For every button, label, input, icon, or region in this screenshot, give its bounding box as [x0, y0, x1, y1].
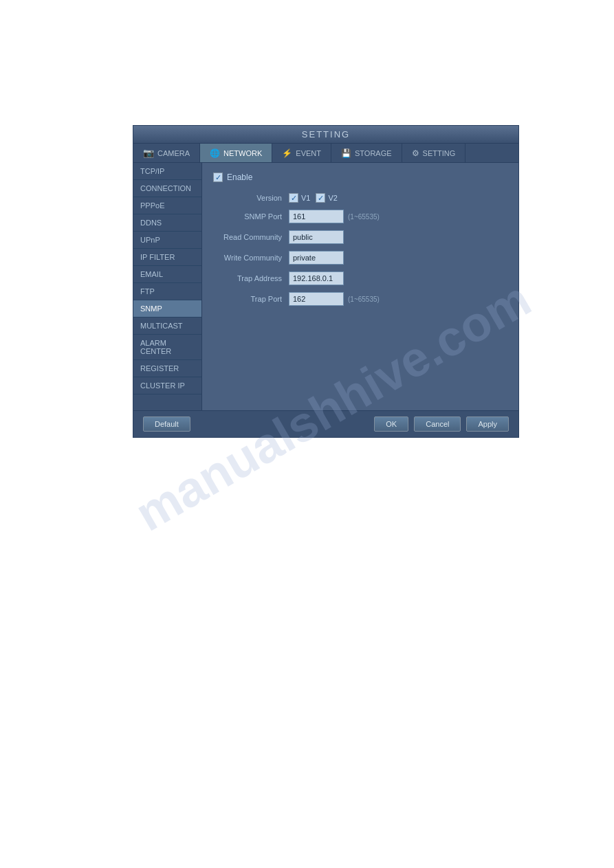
window-title: SETTING: [302, 129, 350, 140]
enable-row: Enable: [213, 173, 507, 182]
apply-button[interactable]: Apply: [466, 416, 509, 432]
storage-icon: 💾: [341, 148, 351, 158]
ok-button[interactable]: OK: [374, 416, 408, 432]
trap-address-row: Trap Address: [213, 271, 507, 285]
tab-network-label: NETWORK: [223, 149, 262, 157]
v2-checkbox[interactable]: [316, 193, 325, 203]
tab-bar: 📷 CAMERA 🌐 NETWORK ⚡ EVENT 💾 STORAGE ⚙ S…: [133, 144, 518, 163]
tab-network[interactable]: 🌐 NETWORK: [200, 144, 272, 162]
setting-icon: ⚙: [412, 148, 419, 158]
v1-label: V1: [301, 194, 310, 202]
tab-setting-label: SETTING: [423, 149, 456, 157]
cancel-button[interactable]: Cancel: [414, 416, 461, 432]
snmp-port-input[interactable]: [289, 210, 344, 223]
read-community-row: Read Community: [213, 230, 507, 244]
content-area: TCP/IP CONNECTION PPPoE DDNS UPnP IP FIL…: [133, 163, 518, 410]
trap-port-label: Trap Port: [213, 295, 289, 303]
camera-icon: 📷: [143, 148, 154, 158]
snmp-port-hint: (1~65535): [348, 213, 380, 221]
tab-camera[interactable]: 📷 CAMERA: [133, 144, 200, 162]
sidebar-item-clusterip[interactable]: CLUSTER IP: [133, 377, 201, 394]
trap-port-hint: (1~65535): [348, 296, 380, 303]
sidebar-item-email[interactable]: EMAIL: [133, 266, 201, 283]
tab-storage-label: STORAGE: [355, 149, 392, 157]
write-community-row: Write Community: [213, 251, 507, 265]
title-bar: SETTING: [133, 126, 518, 144]
snmp-port-row: SNMP Port (1~65535): [213, 210, 507, 223]
event-icon: ⚡: [282, 148, 292, 158]
snmp-port-label: SNMP Port: [213, 212, 289, 221]
sidebar-item-upnp[interactable]: UPnP: [133, 232, 201, 249]
v2-label: V2: [328, 194, 337, 202]
sidebar-item-pppoe[interactable]: PPPoE: [133, 197, 201, 214]
trap-address-input[interactable]: [289, 271, 344, 285]
enable-label: Enable: [227, 173, 252, 182]
read-community-label: Read Community: [213, 233, 289, 241]
sidebar-item-alarmcenter[interactable]: ALARM CENTER: [133, 335, 201, 360]
version-options: V1 V2: [289, 193, 338, 203]
v1-checkbox[interactable]: [289, 193, 298, 203]
v2-option: V2: [316, 193, 337, 203]
sidebar: TCP/IP CONNECTION PPPoE DDNS UPnP IP FIL…: [133, 163, 202, 410]
tab-setting[interactable]: ⚙ SETTING: [402, 144, 466, 162]
sidebar-item-ddns[interactable]: DDNS: [133, 214, 201, 232]
version-row: Version V1 V2: [213, 193, 507, 203]
trap-port-row: Trap Port (1~65535): [213, 292, 507, 306]
v1-option: V1: [289, 193, 310, 203]
write-community-label: Write Community: [213, 254, 289, 262]
tab-event[interactable]: ⚡ EVENT: [272, 144, 331, 162]
network-icon: 🌐: [210, 148, 220, 158]
tab-event-label: EVENT: [296, 149, 321, 157]
sidebar-item-ftp[interactable]: FTP: [133, 283, 201, 300]
write-community-input[interactable]: [289, 251, 344, 265]
trap-address-label: Trap Address: [213, 274, 289, 282]
main-window: SETTING 📷 CAMERA 🌐 NETWORK ⚡ EVENT 💾 STO…: [133, 125, 519, 438]
sidebar-item-multicast[interactable]: MULTICAST: [133, 318, 201, 335]
trap-port-input[interactable]: [289, 292, 344, 306]
sidebar-item-snmp[interactable]: SNMP: [133, 300, 201, 318]
action-buttons: OK Cancel Apply: [374, 416, 509, 432]
tab-camera-label: CAMERA: [157, 149, 190, 157]
snmp-panel: Enable Version V1 V2 SNMP Po: [202, 163, 518, 410]
bottom-bar: Default OK Cancel Apply: [133, 410, 518, 437]
enable-checkbox[interactable]: [213, 173, 223, 182]
sidebar-item-ipfilter[interactable]: IP FILTER: [133, 249, 201, 266]
sidebar-item-tcpip[interactable]: TCP/IP: [133, 163, 201, 180]
tab-storage[interactable]: 💾 STORAGE: [331, 144, 402, 162]
version-label: Version: [213, 194, 289, 202]
sidebar-item-connection[interactable]: CONNECTION: [133, 180, 201, 197]
sidebar-item-register[interactable]: REGISTER: [133, 360, 201, 377]
read-community-input[interactable]: [289, 230, 344, 244]
default-button[interactable]: Default: [143, 416, 190, 432]
